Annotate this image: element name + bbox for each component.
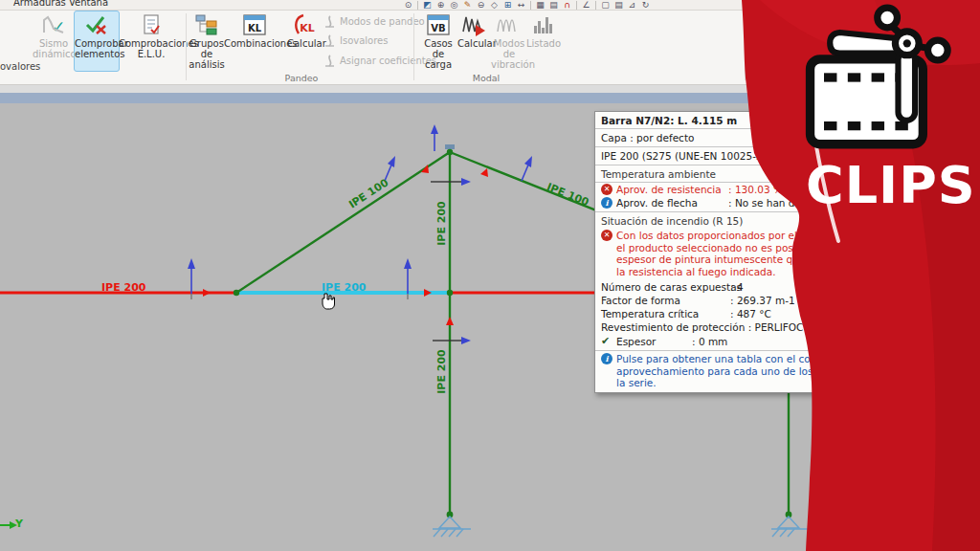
load-arrows	[188, 124, 532, 344]
mesh-icon[interactable]: ▦	[534, 0, 546, 10]
section-temperatura-ambiente: Temperatura ambiente	[595, 165, 831, 183]
frame-icon[interactable]: ▢	[599, 0, 612, 10]
svg-text:VB: VB	[431, 23, 445, 33]
isovalores-partial-label[interactable]: ovalores	[0, 61, 40, 72]
calcular-pandeo-button[interactable]: KL Calcular	[287, 11, 322, 49]
listado-button[interactable]: Listado	[526, 11, 559, 49]
row-caras-expuestas: Número de caras expuestas : 4	[595, 280, 831, 294]
rafter-left[interactable]	[236, 152, 450, 293]
calcular-modal-button[interactable]: Calcular	[457, 11, 492, 49]
grupos-analisis-button[interactable]: Grupos de análisis	[188, 11, 226, 71]
group-label-modal: Modal	[448, 73, 524, 83]
error-icon: ✕	[601, 230, 612, 241]
section-incendio: Situación de incendio (R 15)	[595, 212, 831, 228]
node-apex[interactable]	[447, 149, 453, 155]
info-hint-message[interactable]: i Pulse para obtener una tabla con el co…	[595, 351, 831, 392]
magnet-snap-icon[interactable]: ∩	[561, 0, 573, 10]
axis-y-label: Y	[15, 518, 23, 530]
row-espesor: ✔ Espesor : 0 mm	[595, 334, 831, 348]
assign-coefficients-icon	[323, 55, 336, 67]
vb-loadcases-icon: VB	[419, 11, 457, 38]
node-mid[interactable]	[447, 290, 453, 296]
panel-layer: Capa : por defecto	[595, 129, 831, 147]
panel-title: Barra N7/N2: L. 4.115 m	[595, 112, 831, 129]
casos-carga-button[interactable]: VB Casos de carga	[419, 11, 457, 71]
label-beam-left: IPE 200	[101, 281, 145, 294]
kl-calculate-icon: KL	[287, 11, 322, 38]
table-icon[interactable]: ▤	[547, 0, 560, 10]
row-factor-forma: Factor de forma : 269.37 m-1	[595, 294, 831, 307]
film-scissors-logo-icon	[802, 4, 965, 152]
info-icon: i	[601, 353, 612, 364]
panel-profile[interactable]: IPE 200 (S275 (UNE-EN 10025-2))	[595, 147, 831, 165]
modos-vibracion-button[interactable]: Modos de vibración	[491, 11, 527, 71]
seismic-curve-icon	[33, 11, 75, 38]
hand-cursor-icon	[320, 292, 335, 310]
label-column-bottom: IPE 200	[435, 349, 448, 393]
buckling-icon	[323, 15, 336, 28]
triangle-icon[interactable]: ⊿	[626, 0, 638, 10]
row-flecha: i Aprov. de flecha : No se han defini	[595, 196, 831, 209]
menu-ventana[interactable]: Ventana	[69, 0, 108, 8]
zoom-icon[interactable]: ⊙	[402, 0, 414, 10]
brand-wordmark: CLIPS	[806, 155, 976, 215]
document-check-icon	[119, 11, 184, 38]
isovalues-icon	[323, 34, 336, 47]
pinned-support-icon	[771, 517, 810, 537]
kl-combinations-icon: KL	[224, 11, 285, 38]
window-icon[interactable]: ◩	[421, 0, 434, 10]
error-icon: ✕	[601, 184, 612, 195]
fire-error-message: ✕ Con los datos proporcionados por el fa…	[595, 228, 831, 280]
rotate-icon[interactable]: ↻	[639, 0, 652, 10]
comprobaciones-elu-button[interactable]: Comprobaciones E.L.U.	[119, 11, 184, 59]
analysis-groups-icon	[188, 11, 226, 38]
group-label-pandeo: Pandeo	[268, 73, 335, 83]
edit-icon[interactable]: ✎	[461, 0, 474, 10]
row-temperatura-critica: Temperatura crítica : 487 °C	[595, 307, 831, 320]
combinaciones-button[interactable]: KL Combinaciones	[224, 11, 285, 49]
node-cap	[445, 144, 455, 149]
bar-info-panel: Barra N7/N2: L. 4.115 m Capa : por defec…	[594, 111, 832, 393]
row-resistencia: ✕ Aprov. de resistencia : 130.03 %	[595, 183, 831, 196]
list-icon[interactable]: ▤	[612, 0, 625, 10]
pan-icon[interactable]: ◇	[488, 0, 501, 10]
info-icon: i	[601, 197, 612, 209]
check-x-icon	[75, 11, 119, 38]
application-window: Armaduras Ventana ⊙ ◩ ⊕ ◎ ✎ ⊖ ◇ ⊞ ↔ ▦ ▤ …	[0, 0, 980, 551]
modos-pandeo-button[interactable]: Modos de pandeo	[323, 15, 425, 28]
angle-icon[interactable]: ∠	[580, 0, 592, 10]
sismo-dinamico-button[interactable]: Sismo dinámico	[33, 11, 75, 59]
svg-text:KL: KL	[248, 23, 262, 33]
vibration-modes-icon	[491, 11, 527, 38]
label-column-top: IPE 200	[435, 201, 448, 245]
grid-add-icon[interactable]: ⊞	[501, 0, 514, 10]
quick-toolbar: ⊙ ◩ ⊕ ◎ ✎ ⊖ ◇ ⊞ ↔ ▦ ▤ ∩ ∠ ▢ ▤ ⊿ ↻	[402, 0, 652, 10]
pinned-support-icon	[433, 517, 471, 537]
check-icon: ✔	[601, 335, 612, 347]
move-icon[interactable]: ↔	[515, 0, 527, 10]
comprobar-elementos-button[interactable]: Comprobar elementos	[74, 11, 120, 72]
row-revestimiento: Revestimiento de protección : PERLIFOC H…	[595, 320, 831, 334]
zoom-window-icon[interactable]: ◎	[448, 0, 460, 10]
node-eave-left[interactable]	[234, 290, 239, 296]
report-bars-icon	[526, 11, 559, 38]
zoom-out-icon[interactable]: ⊖	[475, 0, 487, 10]
isovalores-pandeo-button[interactable]: Isovalores	[323, 34, 388, 47]
menu-armaduras[interactable]: Armaduras	[13, 0, 66, 8]
zoom-extents-icon[interactable]: ⊕	[434, 0, 447, 10]
waveform-play-icon	[457, 11, 492, 38]
svg-text:KL: KL	[300, 22, 315, 34]
clips-brand: CLIPS	[802, 4, 980, 233]
